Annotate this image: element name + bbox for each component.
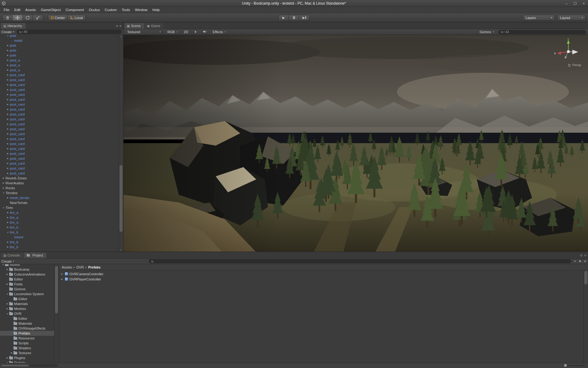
project-search-input[interactable] [149, 259, 571, 263]
expand-arrow-icon[interactable]: ▶ [61, 273, 64, 275]
hierarchy-item[interactable]: ▼tire_b [0, 230, 123, 235]
menu-tools[interactable]: Tools [119, 7, 132, 12]
expand-arrow-icon[interactable]: ▼ [1, 264, 5, 266]
breadcrumb-segment[interactable]: Prefabs [88, 265, 100, 269]
scale-tool-button[interactable] [33, 15, 43, 21]
render-channel-dropdown[interactable]: RGB ▾ [166, 30, 179, 34]
menu-component[interactable]: Component [63, 7, 86, 12]
scene-search-input[interactable]: ▾ All [498, 30, 586, 34]
scene-viewport[interactable]: y x Persp [123, 35, 588, 252]
expand-arrow-icon[interactable]: ▶ [6, 74, 10, 76]
folder-item[interactable]: Editor [0, 296, 59, 301]
expand-arrow-icon[interactable]: ▶ [6, 211, 10, 214]
gizmos-dropdown[interactable]: Gizmos ▾ [478, 30, 496, 34]
tab-scene[interactable]: ▦ Scene [124, 23, 144, 29]
hierarchy-item[interactable]: ▶post_card [0, 102, 123, 107]
hierarchy-item[interactable]: ▶post_card [0, 82, 123, 87]
breadcrumb-segment[interactable]: Assets [62, 265, 72, 269]
expand-arrow-icon[interactable]: ▶ [6, 221, 10, 224]
hierarchy-item[interactable]: ▶mesh_terrain [0, 195, 123, 200]
expand-arrow-icon[interactable]: ▶ [6, 128, 10, 130]
hierarchy-item[interactable]: ▶post_card [0, 97, 123, 102]
expand-arrow-icon[interactable]: ▶ [6, 113, 10, 115]
folder-item[interactable]: ▶Bootcamp [0, 267, 59, 272]
folder-item[interactable]: Shaders [0, 346, 59, 350]
scrollbar-thumb[interactable] [584, 271, 587, 284]
expand-arrow-icon[interactable]: ▶ [6, 307, 9, 310]
expand-arrow-icon[interactable]: ▶ [6, 64, 10, 66]
expand-arrow-icon[interactable]: ▶ [6, 84, 10, 86]
expand-arrow-icon[interactable]: ▶ [6, 241, 10, 243]
create-button[interactable]: Create ▾ [2, 30, 14, 34]
effects-dropdown[interactable]: Effects ▾ [211, 30, 228, 34]
scrollbar-thumb[interactable] [1, 365, 29, 366]
expand-arrow-icon[interactable]: ▼ [6, 313, 9, 315]
rotation-local-button[interactable]: Local [68, 15, 86, 21]
panel-menu-icon[interactable]: ≡ [584, 254, 586, 257]
scene-lighting-toggle[interactable]: ☀ [192, 30, 198, 34]
hierarchy-item[interactable]: ▶tire_b [0, 225, 123, 230]
expand-arrow-icon[interactable]: ▶ [6, 133, 10, 135]
hierarchy-item[interactable]: ▶post_card [0, 77, 123, 82]
hierarchy-item[interactable]: ▶RiverAudios [0, 181, 123, 186]
expand-arrow-icon[interactable]: ▼ [6, 231, 10, 233]
expand-arrow-icon[interactable]: ▶ [6, 59, 10, 61]
layers-dropdown[interactable]: Layers ▾ [523, 15, 555, 21]
expand-arrow-icon[interactable]: ▶ [6, 283, 9, 285]
asset-list-scrollbar[interactable] [583, 270, 588, 363]
hierarchy-item[interactable]: ▶post_card [0, 146, 123, 151]
expand-arrow-icon[interactable]: ▶ [6, 357, 9, 359]
scroll-up-icon[interactable]: ▲ [119, 35, 123, 38]
hierarchy-scrollbar[interactable]: ▲ ▼ [119, 35, 123, 252]
icon-size-slider[interactable] [563, 365, 585, 366]
search-by-label-icon[interactable]: ✱ [579, 260, 581, 263]
expand-arrow-icon[interactable]: ▶ [61, 278, 64, 280]
expand-arrow-icon[interactable]: ▶ [10, 352, 14, 354]
menu-help[interactable]: Help [150, 7, 162, 12]
panel-menu-icon[interactable]: ≡ [120, 24, 121, 28]
toggle-2d-button[interactable]: 2D [182, 30, 190, 34]
asset-item[interactable]: ▶OVRPlayerController [59, 276, 588, 282]
folder-item[interactable]: ▼Assets [0, 264, 59, 267]
expand-arrow-icon[interactable]: ▼ [2, 192, 6, 194]
hierarchy-item[interactable]: ▶post_card [0, 127, 123, 131]
folder-item[interactable]: ▼Locomotion System [0, 292, 59, 296]
scrollbar-thumb[interactable] [120, 165, 123, 232]
scene-orientation-gizmo[interactable]: y x [553, 37, 584, 63]
expand-arrow-icon[interactable]: ▶ [6, 246, 10, 248]
hierarchy-item[interactable]: ▶post_card [0, 161, 123, 166]
close-icon[interactable]: × [579, 0, 588, 6]
expand-arrow-icon[interactable]: ▶ [6, 143, 10, 145]
lock-icon[interactable]: ⊝ [580, 254, 582, 257]
hierarchy-item[interactable]: NearTerrain [0, 200, 123, 205]
folder-item[interactable]: Gizmos [0, 287, 59, 292]
folder-item[interactable]: Prefabs [0, 331, 59, 336]
expand-arrow-icon[interactable]: ▶ [6, 44, 10, 47]
expand-arrow-icon[interactable]: ▶ [6, 93, 10, 96]
hierarchy-item[interactable]: ▶tire_a [0, 220, 123, 225]
expand-arrow-icon[interactable]: ▶ [6, 216, 10, 219]
hierarchy-item[interactable]: ▶post_card [0, 151, 123, 156]
expand-arrow-icon[interactable]: ▶ [2, 182, 6, 184]
rotate-tool-button[interactable] [23, 15, 33, 21]
folder-item[interactable]: Scripts [0, 341, 59, 346]
expand-arrow-icon[interactable]: ▼ [6, 293, 9, 295]
hierarchy-item[interactable]: ▶post_card [0, 72, 123, 77]
hierarchy-item[interactable]: ▶Rocks [0, 186, 123, 190]
panel-options-icon[interactable]: ▾ [116, 24, 118, 28]
hierarchy-item[interactable]: ▶post_card [0, 87, 123, 92]
scroll-down-icon[interactable]: ▼ [119, 249, 123, 252]
folder-item[interactable]: ▶Fonts [0, 282, 59, 287]
hierarchy-item[interactable]: ▼Terrains [0, 190, 123, 195]
favorites-icon[interactable]: ★ [584, 260, 586, 263]
folder-item[interactable]: ▶Plugins [0, 355, 59, 360]
menu-custom[interactable]: Custom [102, 7, 120, 12]
expand-arrow-icon[interactable]: ▶ [6, 172, 10, 174]
expand-arrow-icon[interactable]: ▶ [6, 167, 10, 170]
hierarchy-item[interactable]: ▶post_a [0, 68, 123, 72]
expand-arrow-icon[interactable]: ▶ [6, 88, 10, 91]
hierarchy-item[interactable]: ▶post_card [0, 156, 123, 161]
tab-hierarchy[interactable]: ▤ Hierarchy [1, 23, 25, 29]
hierarchy-item[interactable]: ▶tire_a [0, 215, 123, 220]
folder-item[interactable]: ▶Meshes [0, 306, 59, 311]
